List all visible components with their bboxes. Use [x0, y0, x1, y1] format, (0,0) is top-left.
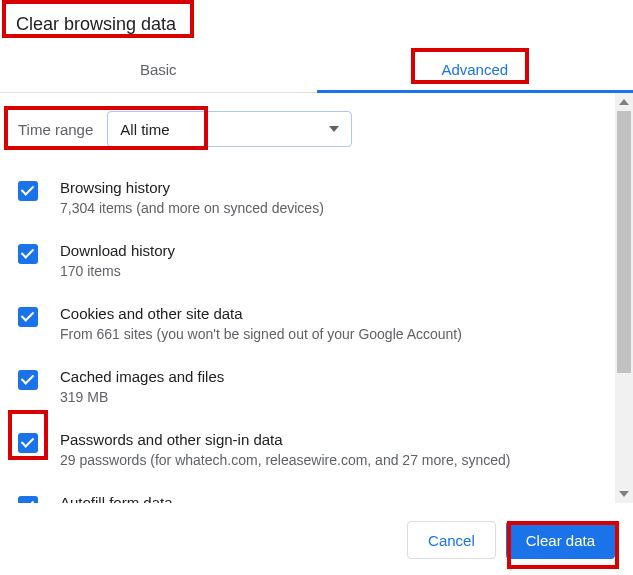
time-range-select[interactable]: All time	[107, 111, 352, 147]
item-sub: 7,304 items (and more on synced devices)	[60, 200, 324, 216]
list-item: Cookies and other site data From 661 sit…	[18, 295, 617, 358]
clear-data-button[interactable]: Clear data	[506, 521, 615, 559]
item-sub: 29 passwords (for whatech.com, releasewi…	[60, 452, 511, 468]
time-range-label: Time range	[18, 121, 93, 138]
checkbox-download-history[interactable]	[18, 244, 38, 264]
tab-advanced[interactable]: Advanced	[317, 49, 634, 92]
checkbox-cookies[interactable]	[18, 307, 38, 327]
list-item: Passwords and other sign-in data 29 pass…	[18, 421, 617, 484]
cancel-button[interactable]: Cancel	[407, 521, 496, 559]
scroll-thumb[interactable]	[617, 111, 631, 373]
checkbox-passwords[interactable]	[18, 433, 38, 453]
dialog-title: Clear browsing data	[0, 0, 633, 49]
list-item: Browsing history 7,304 items (and more o…	[18, 169, 617, 232]
time-range-row: Time range All time	[18, 111, 617, 147]
item-label: Browsing history	[60, 179, 324, 196]
arrow-down-icon	[619, 491, 629, 497]
checkbox-browsing-history[interactable]	[18, 181, 38, 201]
item-label: Download history	[60, 242, 175, 259]
item-sub: 319 MB	[60, 389, 224, 405]
list-item: Autofill form data	[18, 484, 617, 503]
scroll-down-button[interactable]	[615, 485, 633, 503]
item-label: Cached images and files	[60, 368, 224, 385]
scroll-up-button[interactable]	[615, 93, 633, 111]
item-sub: From 661 sites (you won't be signed out …	[60, 326, 462, 342]
content-area: Time range All time Browsing history 7,3…	[0, 93, 633, 503]
scroll-track[interactable]	[615, 111, 633, 485]
item-label: Passwords and other sign-in data	[60, 431, 511, 448]
list-item: Download history 170 items	[18, 232, 617, 295]
tabs: Basic Advanced	[0, 49, 633, 93]
checkbox-autofill[interactable]	[18, 496, 38, 503]
checkbox-cached[interactable]	[18, 370, 38, 390]
item-sub: 170 items	[60, 263, 175, 279]
scrollbar[interactable]	[615, 93, 633, 503]
tab-basic[interactable]: Basic	[0, 49, 317, 92]
list-item: Cached images and files 319 MB	[18, 358, 617, 421]
dialog-footer: Cancel Clear data	[0, 503, 633, 559]
arrow-up-icon	[619, 99, 629, 105]
chevron-down-icon	[329, 126, 339, 132]
item-label: Autofill form data	[60, 494, 173, 503]
item-label: Cookies and other site data	[60, 305, 462, 322]
time-range-value: All time	[120, 121, 169, 138]
